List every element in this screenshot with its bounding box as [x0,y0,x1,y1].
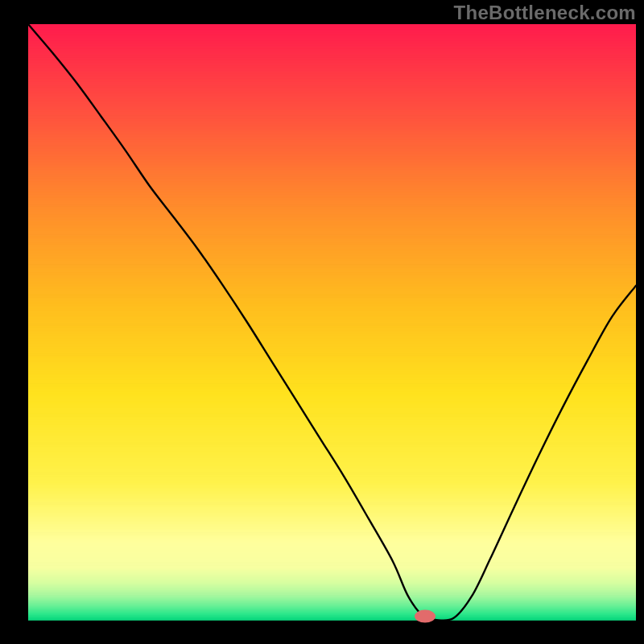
chart-background [28,24,636,621]
svg-rect-360 [28,618,636,621]
chart-marker [415,610,436,623]
chart-svg [0,0,644,644]
min-marker [415,610,436,623]
watermark-text: TheBottleneck.com [454,2,636,24]
chart-frame: TheBottleneck.com [0,0,644,644]
